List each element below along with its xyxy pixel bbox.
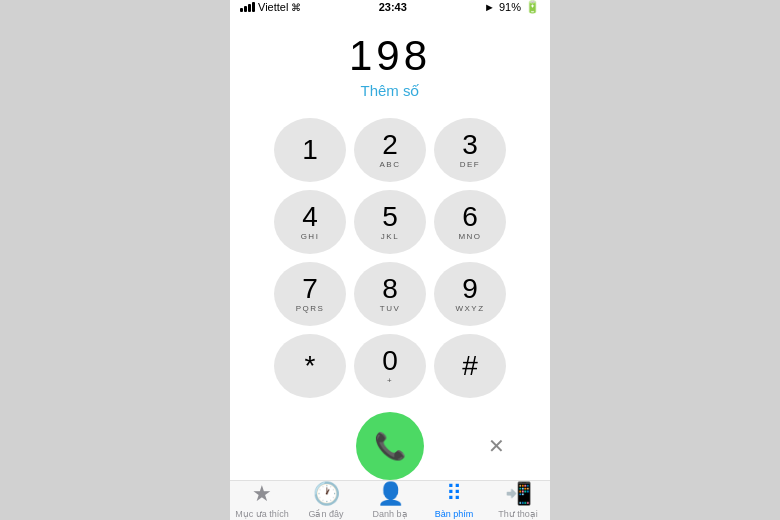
- key-digit-8: 8: [382, 275, 398, 303]
- key-letters-5: JKL: [381, 232, 399, 241]
- phone-icon: 📞: [374, 431, 406, 462]
- key-digit-3: 3: [462, 131, 478, 159]
- key-digit-2: 2: [382, 131, 398, 159]
- status-time: 23:43: [379, 1, 407, 13]
- key-3[interactable]: 3DEF: [434, 118, 506, 182]
- tab-item-3[interactable]: ⠿Bàn phím: [422, 481, 486, 519]
- status-right: ► 91% 🔋: [484, 0, 540, 14]
- key-digit-*: *: [305, 352, 316, 380]
- tab-bar: ★Mục ưa thích🕐Gần đây👤Danh bạ⠿Bàn phím📲T…: [230, 480, 550, 520]
- display-number: 198: [349, 32, 431, 80]
- location-icon: ►: [484, 1, 495, 13]
- delete-icon: ✕: [488, 434, 505, 458]
- tab-icon-1: 🕐: [313, 481, 340, 507]
- key-letters-2: ABC: [380, 160, 401, 169]
- call-button[interactable]: 📞: [356, 412, 424, 480]
- key-letters-0: +: [387, 376, 393, 385]
- key-2[interactable]: 2ABC: [354, 118, 426, 182]
- status-left: Viettel ⌘: [240, 1, 301, 13]
- tab-item-1[interactable]: 🕐Gần đây: [294, 481, 358, 519]
- key-digit-4: 4: [302, 203, 318, 231]
- key-7[interactable]: 7PQRS: [274, 262, 346, 326]
- key-digit-7: 7: [302, 275, 318, 303]
- key-0[interactable]: 0+: [354, 334, 426, 398]
- dialer: 198 Thêm số 12ABC3DEF4GHI5JKL6MNO7PQRS8T…: [230, 14, 550, 480]
- key-4[interactable]: 4GHI: [274, 190, 346, 254]
- carrier-name: Viettel: [258, 1, 288, 13]
- key-digit-9: 9: [462, 275, 478, 303]
- signal-bars: [240, 2, 255, 12]
- phone-frame: Viettel ⌘ 23:43 ► 91% 🔋 198 Thêm số 12AB…: [230, 0, 550, 520]
- tab-label-4: Thư thoại: [498, 509, 538, 519]
- key-letters-6: MNO: [458, 232, 481, 241]
- key-letters-8: TUV: [380, 304, 401, 313]
- tab-label-2: Danh bạ: [372, 509, 407, 519]
- key-1[interactable]: 1: [274, 118, 346, 182]
- key-6[interactable]: 6MNO: [434, 190, 506, 254]
- key-digit-0: 0: [382, 347, 398, 375]
- key-8[interactable]: 8TUV: [354, 262, 426, 326]
- key-*[interactable]: *: [274, 334, 346, 398]
- status-bar: Viettel ⌘ 23:43 ► 91% 🔋: [230, 0, 550, 14]
- key-digit-5: 5: [382, 203, 398, 231]
- tab-icon-2: 👤: [377, 481, 404, 507]
- key-9[interactable]: 9WXYZ: [434, 262, 506, 326]
- key-digit-#: #: [462, 352, 478, 380]
- tab-icon-4: 📲: [505, 481, 532, 507]
- tab-item-4[interactable]: 📲Thư thoại: [486, 481, 550, 519]
- delete-button[interactable]: ✕: [474, 424, 518, 468]
- battery-percent: 91%: [499, 1, 521, 13]
- key-digit-1: 1: [302, 136, 318, 164]
- tab-icon-0: ★: [252, 481, 272, 507]
- tab-icon-3: ⠿: [446, 481, 462, 507]
- action-row: 📞 ✕: [230, 412, 550, 480]
- key-digit-6: 6: [462, 203, 478, 231]
- keypad: 12ABC3DEF4GHI5JKL6MNO7PQRS8TUV9WXYZ*0+#: [274, 118, 506, 398]
- key-letters-4: GHI: [301, 232, 320, 241]
- key-letters-3: DEF: [460, 160, 481, 169]
- tab-item-2[interactable]: 👤Danh bạ: [358, 481, 422, 519]
- key-5[interactable]: 5JKL: [354, 190, 426, 254]
- key-letters-9: WXYZ: [455, 304, 484, 313]
- battery-icon: 🔋: [525, 0, 540, 14]
- tab-label-1: Gần đây: [308, 509, 343, 519]
- tab-label-0: Mục ưa thích: [235, 509, 289, 519]
- key-letters-7: PQRS: [296, 304, 325, 313]
- add-number-link[interactable]: Thêm số: [360, 82, 419, 100]
- wifi-icon: ⌘: [291, 2, 301, 13]
- key-#[interactable]: #: [434, 334, 506, 398]
- tab-item-0[interactable]: ★Mục ưa thích: [230, 481, 294, 519]
- tab-label-3: Bàn phím: [435, 509, 474, 519]
